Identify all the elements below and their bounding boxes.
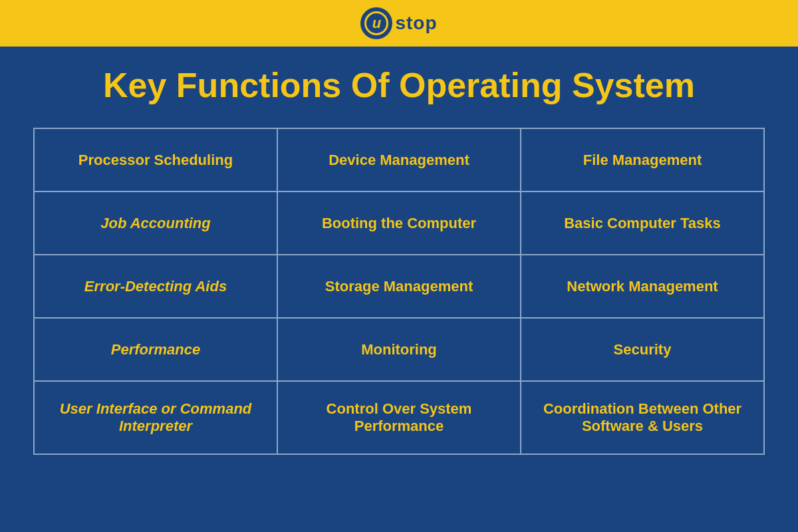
table-cell: Performance <box>34 318 277 381</box>
table-row: Processor SchedulingDevice ManagementFil… <box>34 128 764 192</box>
table-cell: Network Management <box>521 255 764 318</box>
logo-icon: u <box>360 7 392 39</box>
logo-u-letter: u <box>364 11 388 35</box>
table-cell: Job Accounting <box>34 192 277 255</box>
table-cell: User Interface or Command Interpreter <box>34 381 277 454</box>
table-cell: File Management <box>521 128 764 192</box>
table-cell: Booting the Computer <box>277 192 521 255</box>
table-row: PerformanceMonitoringSecurity <box>34 318 764 381</box>
table-cell: Error-Detecting Aids <box>34 255 277 318</box>
logo-text: stop <box>395 13 437 34</box>
top-bar: u stop <box>0 0 798 47</box>
table-row: User Interface or Command InterpreterCon… <box>34 381 764 454</box>
table-cell: Processor Scheduling <box>34 128 277 192</box>
table-cell: Security <box>521 318 764 381</box>
table-cell: Control Over System Performance <box>277 381 521 454</box>
logo-container: u stop <box>360 7 437 39</box>
table-row: Job AccountingBooting the ComputerBasic … <box>34 192 764 255</box>
table-cell: Coordination Between Other Software & Us… <box>521 381 764 454</box>
table-cell: Monitoring <box>277 318 521 381</box>
table-row: Error-Detecting AidsStorage ManagementNe… <box>34 255 764 318</box>
table-cell: Storage Management <box>277 255 521 318</box>
functions-table: Processor SchedulingDevice ManagementFil… <box>33 128 765 455</box>
page-title: Key Functions Of Operating System <box>33 66 765 104</box>
main-content: Key Functions Of Operating System Proces… <box>0 47 798 475</box>
table-cell: Basic Computer Tasks <box>521 192 764 255</box>
table-cell: Device Management <box>277 128 521 192</box>
